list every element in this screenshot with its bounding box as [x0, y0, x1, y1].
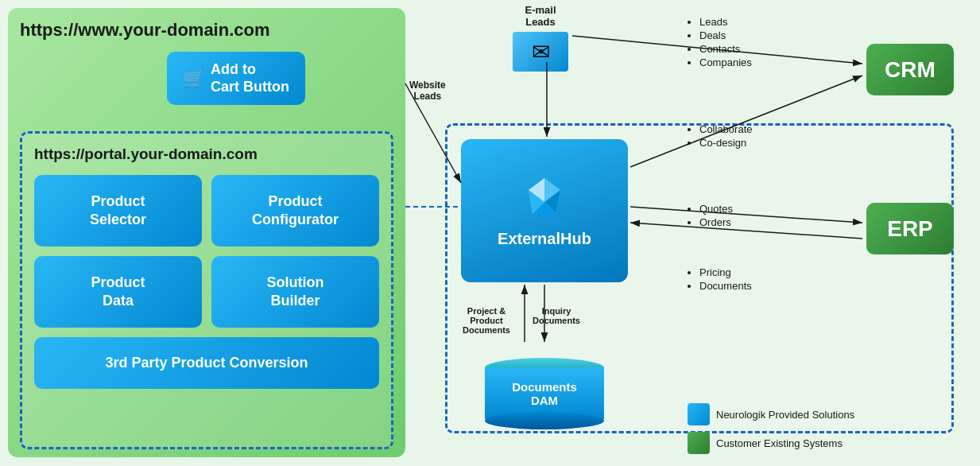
product-data-button[interactable]: ProductData	[34, 256, 202, 328]
crm-box[interactable]: CRM	[866, 44, 954, 95]
email-leads-label: E-mailLeads	[525, 4, 556, 28]
product-configurator-button[interactable]: ProductConfigurator	[211, 175, 379, 247]
legend-blue-text: Neurologik Provided Solutions	[716, 409, 854, 421]
collaborate-bullets: Collaborate Co-design	[688, 123, 753, 150]
bullet-leads: Leads	[699, 16, 752, 28]
bullet-pricing: Pricing	[699, 266, 752, 278]
bullet-contacts: Contacts	[699, 43, 752, 55]
bullet-deals: Deals	[699, 29, 752, 41]
solution-builder-label: SolutionBuilder	[267, 274, 324, 311]
crystal-icon	[517, 174, 572, 222]
email-leads-container: E-mailLeads ✉	[513, 4, 568, 72]
left-section: https://www.your-domain.com 🛒 Add toCart…	[8, 8, 405, 457]
bullet-orders: Orders	[699, 216, 733, 228]
legend-item-blue: Neurologik Provided Solutions	[688, 403, 854, 425]
add-to-cart-button[interactable]: 🛒 Add toCart Button	[167, 52, 305, 105]
solution-builder-button[interactable]: SolutionBuilder	[211, 256, 379, 328]
cart-icon: 🛒	[183, 68, 204, 89]
portal-grid: ProductSelector ProductConfigurator Prod…	[34, 175, 379, 328]
inquiry-docs-label: InquiryDocuments	[525, 306, 588, 325]
erp-box[interactable]: ERP	[866, 203, 954, 254]
website-leads-label: WebsiteLeads	[409, 80, 446, 102]
product-selector-label: ProductSelector	[90, 192, 146, 230]
crm-label: CRM	[885, 57, 935, 83]
project-docs-label: Project &ProductDocuments	[455, 306, 518, 335]
bullet-quotes: Quotes	[699, 203, 733, 215]
pricing-bullets: Pricing Documents	[688, 266, 752, 293]
portal-section: https://portal.your-domain.com ProductSe…	[20, 131, 393, 449]
add-to-cart-label: Add toCart Button	[211, 61, 289, 95]
crm-bullets: Leads Deals Contacts Companies	[688, 16, 752, 70]
documents-dam-label: DocumentsDAM	[485, 380, 604, 407]
legend-green-icon	[688, 432, 710, 454]
legend-green-text: Customer Existing Systems	[716, 437, 842, 449]
quotes-bullets: Quotes Orders	[688, 203, 733, 230]
bullet-companies: Companies	[699, 56, 752, 68]
domain-title: https://www.your-domain.com	[20, 20, 393, 41]
product-configurator-label: ProductConfigurator	[252, 192, 339, 230]
conversion-label: 3rd Party Product Conversion	[105, 354, 308, 372]
email-icon: ✉	[513, 32, 568, 72]
bullet-collaborate: Collaborate	[699, 123, 753, 135]
external-hub-box: ExternalHub	[461, 139, 628, 282]
legend-box: Neurologik Provided Solutions Customer E…	[688, 403, 854, 454]
product-data-label: ProductData	[91, 274, 145, 311]
bullet-documents: Documents	[699, 280, 752, 292]
erp-label: ERP	[887, 216, 933, 242]
product-selector-button[interactable]: ProductSelector	[34, 175, 202, 247]
bullet-codesign: Co-design	[699, 137, 753, 149]
documents-dam-box: DocumentsDAM	[473, 346, 616, 441]
external-hub-label: ExternalHub	[498, 230, 591, 248]
conversion-button[interactable]: 3rd Party Product Conversion	[34, 337, 379, 389]
portal-domain-title: https://portal.your-domain.com	[34, 146, 379, 163]
legend-blue-icon	[688, 403, 710, 425]
legend-item-green: Customer Existing Systems	[688, 432, 854, 454]
